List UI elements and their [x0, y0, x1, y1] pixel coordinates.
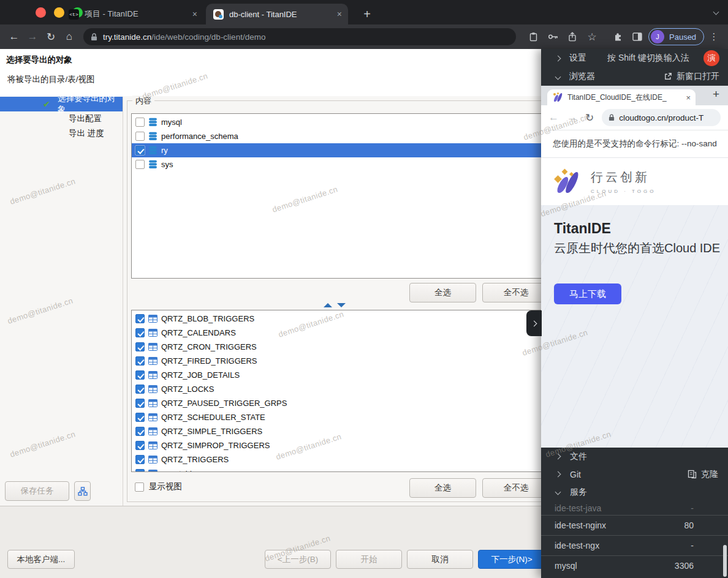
table-checkbox[interactable]	[135, 469, 145, 472]
schema-checkbox[interactable]	[135, 118, 145, 127]
browser-tab-project[interactable]: <t> 项目 - TitanIDE ×	[61, 4, 203, 24]
table-icon	[148, 469, 157, 472]
table-checkbox[interactable]	[135, 356, 145, 366]
table-checkbox[interactable]	[135, 455, 145, 464]
back-icon[interactable]: ←	[5, 31, 23, 43]
files-section-header[interactable]: 文件	[541, 448, 728, 465]
start-button[interactable]: 开始	[336, 550, 402, 569]
download-button[interactable]: 马上下载	[554, 283, 621, 304]
next-step-button[interactable]: 下一步(N)>	[478, 550, 541, 569]
service-row[interactable]: mysql 3306	[541, 555, 728, 576]
extensions-puzzle-icon[interactable]	[608, 28, 628, 45]
table-checkbox[interactable]	[135, 399, 145, 408]
previous-step-button[interactable]: <上一步(B)	[265, 550, 331, 569]
select-all-button[interactable]: 全选	[409, 283, 476, 302]
table-row[interactable]: QRTZ_SIMPROP_TRIGGERS	[132, 438, 541, 452]
table-checkbox[interactable]	[135, 328, 145, 337]
git-section-header[interactable]: Git 克隆	[541, 465, 728, 483]
git-clone-button[interactable]: 克隆	[688, 469, 718, 480]
schema-row[interactable]: sys	[132, 157, 541, 171]
new-tab-button[interactable]: +	[713, 88, 719, 101]
browser-tab-dbclient[interactable]: db-client - TitanIDE ×	[206, 4, 348, 24]
tab-search-chevron-icon[interactable]	[713, 9, 719, 15]
select-none-button[interactable]: 全不选	[482, 478, 541, 498]
table-checkbox[interactable]	[135, 385, 145, 394]
schema-checkbox[interactable]	[135, 160, 145, 169]
password-key-icon[interactable]	[543, 28, 563, 45]
table-checkbox[interactable]	[135, 342, 145, 351]
settings-section-header[interactable]: 设置 按 Shift 键切换输入法 演	[541, 49, 728, 67]
side-panel: 设置 按 Shift 键切换输入法 演 浏览器 新窗口打开 TitanIDE_C…	[541, 49, 728, 578]
table-checkbox[interactable]	[135, 314, 145, 323]
table-name: QRTZ_SIMPROP_TRIGGERS	[161, 441, 270, 450]
task-diagram-button[interactable]	[74, 481, 91, 501]
table-icon	[148, 455, 157, 464]
service-row[interactable]: ide-test-java -	[541, 501, 728, 515]
services-section-header[interactable]: 服务	[541, 483, 728, 501]
scrollbar-thumb[interactable]	[723, 545, 727, 577]
open-new-window-button[interactable]: 新窗口打开	[664, 71, 719, 82]
table-row[interactable]: QRTZ_LOCKS	[132, 382, 541, 396]
address-bar[interactable]: cloudtogo.cn/product-T	[602, 109, 721, 126]
table-row[interactable]: QRTZ_TRIGGERS	[132, 452, 541, 467]
splitter-up-icon[interactable]	[324, 303, 332, 307]
cancel-button[interactable]: 取消	[407, 550, 473, 569]
panel-collapse-handle[interactable]	[526, 310, 542, 336]
table-row[interactable]: QRTZ_CALENDARS	[132, 326, 541, 340]
table-row[interactable]: QRTZ_SIMPLE_TRIGGERS	[132, 424, 541, 438]
tab-close-icon[interactable]: ×	[192, 9, 197, 19]
demo-badge[interactable]: 演	[703, 50, 719, 66]
browser-section-header[interactable]: 浏览器 新窗口打开	[541, 67, 728, 86]
table-row[interactable]: QRTZ_SCHEDULER_STATE	[132, 410, 541, 424]
wizard-step-label: 导出 进度	[69, 128, 104, 139]
service-row[interactable]: ide-test-ngx -	[541, 535, 728, 555]
select-none-button[interactable]: 全不选	[482, 283, 541, 302]
wizard-step[interactable]: ✔ 选择要导出的对象	[0, 97, 123, 111]
local-client-button[interactable]: 本地客户端...	[7, 550, 75, 569]
splitter-down-icon[interactable]	[337, 303, 346, 307]
service-row[interactable]: ide-test-nginx 80	[541, 515, 728, 535]
list-splitter[interactable]	[127, 301, 541, 309]
tab-close-icon[interactable]: ×	[337, 9, 342, 19]
address-bar[interactable]: try.titanide.cn/ide/web/coding/db-client…	[83, 28, 516, 45]
table-checkbox[interactable]	[135, 413, 145, 422]
table-row[interactable]: QRTZ_PAUSED_TRIGGER_GRPS	[132, 396, 541, 410]
wizard-step[interactable]: ✔ 导出 进度	[0, 126, 123, 141]
reload-icon[interactable]: ↻	[585, 111, 594, 124]
table-row[interactable]: QRTZ_CRON_TRIGGERS	[132, 340, 541, 354]
table-row[interactable]: QRTZ_BLOB_TRIGGERS	[132, 312, 541, 326]
table-checkbox[interactable]	[135, 370, 145, 380]
browser-menu-icon[interactable]: ⋮	[707, 31, 721, 42]
table-row[interactable]: QRTZ_FIRED_TRIGGERS	[132, 354, 541, 368]
share-icon[interactable]	[563, 28, 582, 45]
back-icon[interactable]: ←	[548, 111, 559, 124]
window-close-button[interactable]	[36, 7, 46, 18]
lock-icon	[91, 33, 97, 41]
tool-sections: 文件 Git 克隆 服务 ide-test-java -	[541, 448, 728, 578]
new-tab-button[interactable]: +	[358, 6, 376, 23]
save-task-button[interactable]: 保存任务	[5, 481, 69, 501]
bookmark-star-icon[interactable]: ☆	[582, 28, 602, 45]
wizard-step[interactable]: ✔ 导出配置	[0, 111, 123, 126]
preview-tab[interactable]: TitanIDE_CloudIDE_在线IDE_ ×	[547, 89, 696, 105]
side-panel-icon[interactable]	[628, 28, 647, 45]
table-row[interactable]: QRTZ_JOB_DETAILS	[132, 368, 541, 382]
schema-row[interactable]: ry	[132, 143, 541, 157]
home-icon[interactable]: ⌂	[60, 31, 78, 43]
table-checkbox[interactable]	[135, 427, 145, 436]
schema-row[interactable]: performance_schema	[132, 129, 541, 143]
table-row[interactable]: gen_table	[132, 467, 541, 472]
schema-checkbox[interactable]	[135, 132, 145, 141]
table-checkbox[interactable]	[135, 441, 145, 450]
schema-row[interactable]: mysql	[132, 115, 541, 129]
reload-icon[interactable]: ↻	[42, 31, 60, 43]
show-views-checkbox[interactable]	[135, 482, 144, 492]
tab-close-icon[interactable]: ×	[686, 93, 691, 102]
select-all-button[interactable]: 全选	[409, 478, 476, 498]
forward-icon[interactable]: →	[567, 111, 577, 124]
clipboard-icon[interactable]	[523, 28, 543, 45]
profile-paused-button[interactable]: J Paused	[648, 28, 704, 45]
forward-icon[interactable]: →	[23, 31, 42, 43]
url-domain: try.titanide.cn	[103, 32, 151, 42]
schema-checkbox[interactable]	[135, 146, 145, 155]
